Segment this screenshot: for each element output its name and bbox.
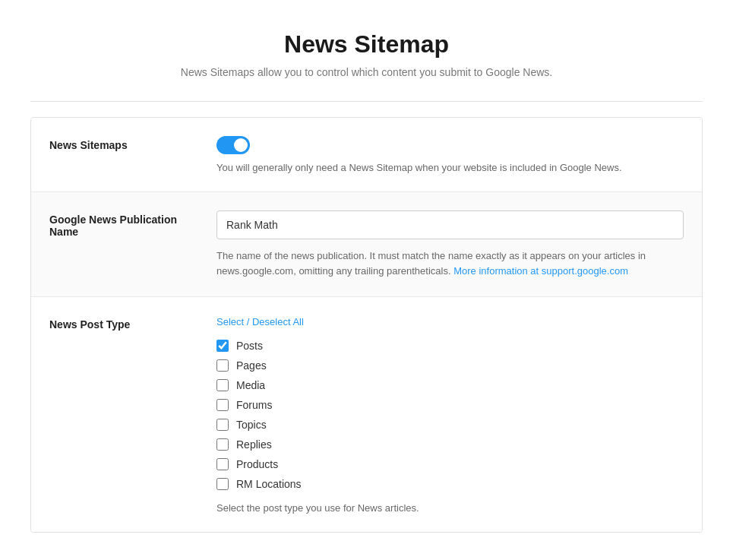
checkbox-list: Posts Pages Media Forums [216, 340, 684, 490]
checkbox-label-products: Products [236, 458, 278, 470]
publication-name-label: Google News Publication Name [49, 210, 216, 238]
checkbox-label-posts: Posts [236, 340, 263, 352]
checkbox-topics[interactable] [216, 419, 229, 431]
checkbox-forums[interactable] [216, 399, 229, 411]
list-item[interactable]: Posts [216, 340, 684, 352]
checkbox-label-media: Media [236, 379, 265, 391]
list-item[interactable]: Replies [216, 438, 684, 451]
publication-name-input[interactable] [216, 210, 684, 239]
page-container: News Sitemap News Sitemaps allow you to … [0, 0, 733, 560]
publication-name-content: The name of the news publication. It mus… [216, 210, 684, 278]
page-subtitle: News Sitemaps allow you to control which… [30, 66, 703, 78]
post-type-hint: Select the post type you use for News ar… [216, 502, 684, 514]
toggle-slider [216, 136, 250, 154]
checkbox-label-pages: Pages [236, 359, 267, 372]
checkbox-replies[interactable] [216, 438, 229, 451]
news-post-type-content: Select / Deselect All Posts Pages [216, 315, 684, 514]
settings-section: News Sitemaps You will generally only ne… [30, 117, 703, 533]
list-item[interactable]: RM Locations [216, 478, 684, 490]
select-deselect-all-link[interactable]: Select / Deselect All [216, 316, 304, 327]
header-divider [30, 101, 703, 102]
checkbox-media[interactable] [216, 379, 229, 391]
news-sitemaps-hint: You will generally only need a News Site… [216, 162, 684, 173]
checkbox-label-rm-locations: RM Locations [236, 478, 302, 490]
page-header: News Sitemap News Sitemaps allow you to … [30, 30, 703, 78]
list-item[interactable]: Media [216, 379, 684, 391]
news-post-type-label: News Post Type [49, 315, 216, 331]
page-title: News Sitemap [30, 30, 703, 59]
publication-name-description: The name of the news publication. It mus… [216, 248, 684, 278]
checkbox-label-replies: Replies [236, 438, 272, 451]
list-item[interactable]: Topics [216, 419, 684, 431]
news-sitemaps-label: News Sitemaps [49, 136, 216, 151]
news-sitemaps-row: News Sitemaps You will generally only ne… [31, 118, 702, 192]
list-item[interactable]: Forums [216, 399, 684, 411]
list-item[interactable]: Products [216, 458, 684, 470]
publication-name-link[interactable]: More information at support.google.com [453, 265, 628, 277]
checkbox-products[interactable] [216, 458, 229, 470]
toggle-wrapper [216, 136, 684, 154]
checkbox-pages[interactable] [216, 359, 229, 372]
list-item[interactable]: Pages [216, 359, 684, 372]
checkbox-label-forums: Forums [236, 399, 272, 411]
publication-name-row: Google News Publication Name The name of… [31, 192, 702, 297]
checkbox-posts[interactable] [216, 340, 229, 352]
news-post-type-row: News Post Type Select / Deselect All Pos… [31, 297, 702, 532]
checkbox-label-topics: Topics [236, 419, 267, 431]
news-sitemaps-toggle[interactable] [216, 136, 250, 154]
news-sitemaps-content: You will generally only need a News Site… [216, 136, 684, 173]
checkbox-rm-locations[interactable] [216, 478, 229, 490]
